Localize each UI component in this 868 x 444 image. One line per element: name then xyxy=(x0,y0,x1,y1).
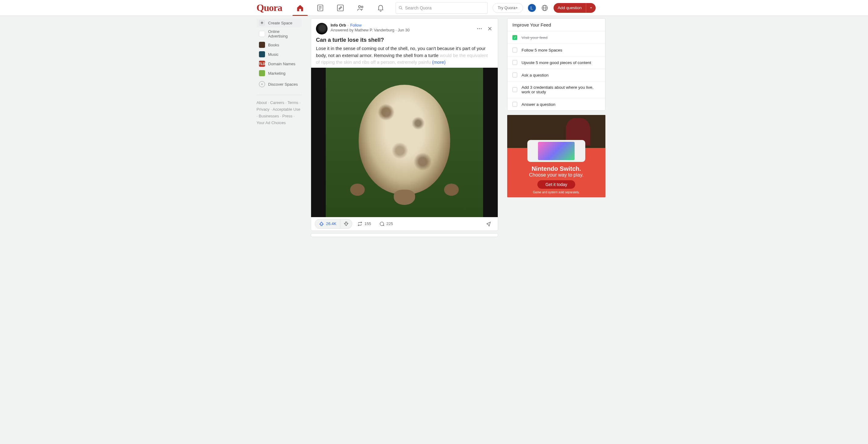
nav-tabs xyxy=(290,0,391,16)
user-avatar[interactable]: L xyxy=(528,4,536,12)
share-icon xyxy=(486,221,492,227)
sidebar-item-label: Marketing xyxy=(268,71,285,75)
footer-businesses[interactable]: Businesses xyxy=(259,114,279,118)
card-top-actions xyxy=(476,23,493,34)
upvote-count: 26.4K xyxy=(326,221,336,226)
space-icon xyxy=(259,70,265,76)
home-icon xyxy=(296,4,304,12)
add-question-dropdown[interactable] xyxy=(586,3,596,13)
sidebar-item-label: Books xyxy=(268,43,279,47)
footer-ad-choices[interactable]: Your Ad Choices xyxy=(256,121,286,125)
answer-tab[interactable] xyxy=(330,0,350,16)
space-icon xyxy=(259,42,265,48)
sidebar-item-domain-names[interactable]: TLD Domain Names xyxy=(256,59,302,68)
svg-point-14 xyxy=(477,28,478,29)
answer-body[interactable]: Lose it in the sense of coming out of th… xyxy=(311,44,498,68)
footer-acceptable-use[interactable]: Acceptable Use xyxy=(273,107,301,112)
task-follow-spaces[interactable]: Follow 5 more Spaces xyxy=(507,44,605,56)
ad-subtitle: Choose your way to play. xyxy=(507,172,606,178)
reshare-count: 155 xyxy=(365,221,371,226)
try-quora-plus-button[interactable]: Try Quora+ xyxy=(493,3,523,13)
comment-button[interactable]: 225 xyxy=(376,221,396,227)
checkbox-icon xyxy=(513,60,517,65)
search-wrap xyxy=(396,2,488,14)
sidebar-item-label: Online Advertising xyxy=(268,29,299,38)
ad-fine-print: Game and system sold separately. xyxy=(507,191,606,194)
task-label: Follow 5 more Spaces xyxy=(522,48,562,53)
bell-icon xyxy=(377,4,384,12)
author-avatar[interactable] xyxy=(316,23,328,34)
close-icon[interactable] xyxy=(487,26,493,32)
upvote-button[interactable]: 26.4K xyxy=(315,219,340,228)
turtle-photo xyxy=(326,68,483,217)
follow-link[interactable]: Follow xyxy=(350,23,362,27)
task-visit-feed[interactable]: ✓ Visit your feed xyxy=(507,31,605,44)
downvote-button[interactable] xyxy=(340,219,352,228)
advertisement[interactable]: NINTENDO SWITCH ▷✕ Nintendo Switch. Choo… xyxy=(507,115,606,197)
svg-point-6 xyxy=(362,6,363,8)
answerer-name[interactable]: Mathew P. Vanderburg xyxy=(355,28,394,32)
footer-about[interactable]: About xyxy=(256,100,267,105)
language-button[interactable] xyxy=(541,4,549,12)
add-question-group: Add question xyxy=(554,3,596,13)
create-space-button[interactable]: + Create Space xyxy=(256,18,302,27)
search-input[interactable] xyxy=(405,5,485,10)
space-icon: TLD xyxy=(259,61,265,67)
footer-press[interactable]: Press xyxy=(282,114,292,118)
task-upvote[interactable]: Upvote 5 more good pieces of content xyxy=(507,56,605,69)
quora-logo[interactable]: Quora xyxy=(256,2,282,13)
checkbox-icon xyxy=(513,102,517,107)
sidebar-item-marketing[interactable]: Marketing xyxy=(256,69,302,78)
question-title[interactable]: Can a turtle lose its shell? xyxy=(311,34,498,44)
notifications-tab[interactable] xyxy=(371,0,391,16)
ad-product-image xyxy=(527,140,585,162)
following-tab[interactable] xyxy=(310,0,330,16)
author-meta: Info Orb · Follow Answered by Mathew P. … xyxy=(331,23,476,34)
footer-careers[interactable]: Careers xyxy=(270,100,284,105)
task-label: Upvote 5 more good pieces of content xyxy=(522,60,591,65)
checkbox-icon xyxy=(513,47,517,53)
answer-image[interactable] xyxy=(311,68,498,217)
svg-rect-4 xyxy=(337,5,343,11)
author-name[interactable]: Info Orb xyxy=(331,23,346,27)
right-sidebar: Improve Your Feed ✓ Visit your feed Foll… xyxy=(507,18,606,240)
comment-count: 225 xyxy=(386,221,393,226)
sidebar-item-label: Domain Names xyxy=(268,62,296,66)
task-ask-question[interactable]: Ask a question xyxy=(507,69,605,82)
share-button[interactable] xyxy=(483,221,494,227)
checkbox-icon xyxy=(513,72,517,77)
add-question-button[interactable]: Add question xyxy=(554,3,586,13)
globe-icon xyxy=(541,4,548,11)
reshare-button[interactable]: 155 xyxy=(354,221,374,227)
reshare-icon xyxy=(357,221,363,227)
ad-cta-button[interactable]: Get it today xyxy=(537,180,575,189)
sidebar-item-online-advertising[interactable]: Online Advertising xyxy=(256,28,302,40)
more-icon[interactable] xyxy=(476,26,483,32)
answer-date[interactable]: Jun 30 xyxy=(398,28,410,32)
task-add-credentials[interactable]: Add 3 credentials about where you live, … xyxy=(507,82,605,98)
task-label: Add 3 credentials about where you live, … xyxy=(522,85,600,94)
comment-icon xyxy=(379,221,384,227)
footer-privacy[interactable]: Privacy xyxy=(256,107,270,112)
upvote-icon xyxy=(319,221,324,227)
spaces-tab[interactable] xyxy=(350,0,371,16)
search-box[interactable] xyxy=(396,2,488,14)
discover-spaces-button[interactable]: Discover Spaces xyxy=(256,79,302,89)
discover-label: Discover Spaces xyxy=(268,82,298,87)
answer-card: Info Orb · Follow Answered by Mathew P. … xyxy=(311,18,498,231)
compass-icon xyxy=(259,81,265,87)
main-container: + Create Space Online Advertising Books … xyxy=(256,16,612,240)
task-answer-question[interactable]: Answer a question xyxy=(507,98,605,110)
plus-icon: + xyxy=(259,20,265,26)
header-inner: Quora Try Quora+ L xyxy=(256,0,612,16)
sidebar-item-label: Music xyxy=(268,52,278,57)
home-tab[interactable] xyxy=(290,0,310,16)
people-icon xyxy=(356,4,365,12)
list-icon xyxy=(316,4,324,12)
svg-point-5 xyxy=(359,5,361,8)
sidebar-item-books[interactable]: Books xyxy=(256,40,302,50)
footer-terms[interactable]: Terms xyxy=(288,100,298,105)
separator: · xyxy=(396,28,398,32)
more-link[interactable]: (more) xyxy=(432,60,445,65)
sidebar-item-music[interactable]: Music xyxy=(256,50,302,59)
